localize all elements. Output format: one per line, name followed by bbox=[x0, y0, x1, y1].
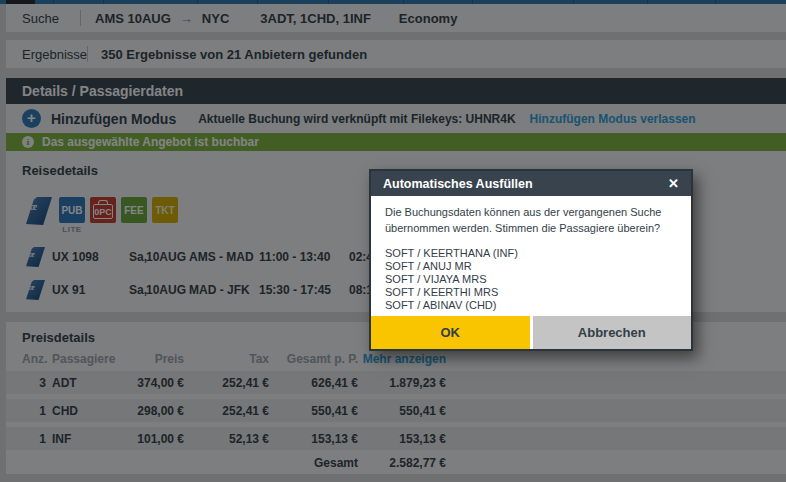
dialog-button-row: OK Abbrechen bbox=[371, 316, 691, 349]
close-icon[interactable]: ✕ bbox=[668, 177, 679, 190]
autofill-dialog: Automatisches Ausfüllen ✕ Die Buchungsda… bbox=[369, 169, 693, 351]
dialog-passenger: SOFT / VIJAYA MRS bbox=[385, 273, 677, 286]
booking-app: Suche AMS 10AUG → NYC 3ADT, 1CHD, 1INF E… bbox=[0, 0, 786, 482]
cancel-button[interactable]: Abbrechen bbox=[533, 316, 692, 349]
dialog-passenger-list: SOFT / KEERTHANA (INF) SOFT / ANUJ MR SO… bbox=[385, 247, 677, 312]
dialog-message: Die Buchungsdaten können aus der vergang… bbox=[385, 204, 677, 236]
dialog-header: Automatisches Ausfüllen ✕ bbox=[371, 171, 691, 196]
dialog-body: Die Buchungsdaten können aus der vergang… bbox=[371, 196, 691, 316]
dialog-title: Automatisches Ausfüllen bbox=[383, 177, 533, 191]
dialog-passenger: SOFT / ANUJ MR bbox=[385, 260, 677, 273]
dialog-passenger: SOFT / KEERTHANA (INF) bbox=[385, 247, 677, 260]
dialog-passenger: SOFT / KEERTHI MRS bbox=[385, 286, 677, 299]
dialog-passenger: SOFT / ABINAV (CHD) bbox=[385, 299, 677, 312]
ok-button[interactable]: OK bbox=[371, 316, 530, 349]
